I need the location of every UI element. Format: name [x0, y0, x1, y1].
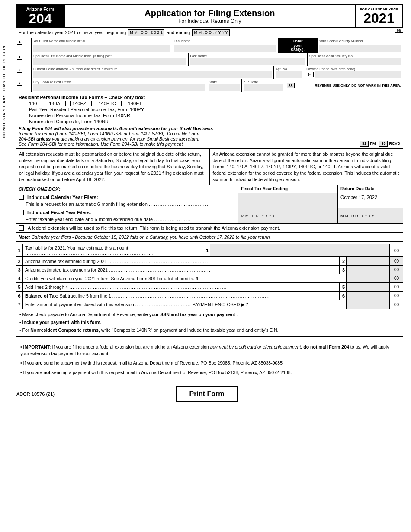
rcvd-box: 80 — [379, 141, 388, 147]
line-item-7: 7 Enter amount of payment enclosed with … — [16, 300, 403, 309]
line-5-cents: 00 — [390, 283, 403, 291]
cb-fiscal-year[interactable] — [19, 210, 24, 215]
cb-140nr-comp[interactable] — [22, 119, 27, 124]
cb-140[interactable] — [22, 101, 27, 106]
line-7-cents: 00 — [390, 300, 403, 309]
cb-140ez[interactable] — [65, 101, 71, 106]
line-1-cents: 00 — [390, 244, 403, 256]
checkbox-title-row: Resident Personal Income Tax Forms – Che… — [19, 95, 356, 100]
line-1-input[interactable] — [210, 244, 390, 256]
info-left: All extension requests must be postmarke… — [16, 149, 210, 185]
last-name-input[interactable] — [174, 45, 276, 52]
line-5-input[interactable] — [347, 283, 390, 291]
pm-box: 81 — [360, 141, 369, 147]
address-row: 2 Current Home Address - number and stre… — [16, 66, 403, 79]
footer: ADOR 10576 (21) Print Form — [16, 384, 403, 402]
print-form-button[interactable]: Print Form — [176, 386, 238, 402]
nonresident-composite-row: Nonresident Composite, Form 140NR — [22, 119, 356, 124]
spouse-last-name-input[interactable] — [190, 58, 305, 65]
address-input[interactable] — [33, 71, 272, 78]
first-name-input[interactable] — [33, 45, 170, 52]
filing-note-1: Filing Form 204 will also provide an aut… — [19, 126, 356, 131]
line-4-input[interactable] — [347, 274, 390, 282]
tax-form-options: 140 140A 140EZ 140PTC 140ET — [22, 101, 356, 106]
line-7-input[interactable] — [347, 300, 390, 309]
filing-note-3: 204-SBI unless you are making an extensi… — [19, 136, 356, 141]
cb-140py[interactable] — [22, 107, 27, 112]
calendar-year-box: FOR CALENDAR YEAR 2021 — [356, 5, 402, 27]
ador-code: ADOR 10576 (21) — [16, 391, 55, 397]
line-item-3: 3 Arizona estimated tax payments for 202… — [16, 266, 403, 274]
federal-ext-row: A federal extension will be used to file… — [16, 224, 403, 233]
fiscal-year-filers-row: Individual Fiscal Year Filers: Enter tax… — [16, 208, 403, 223]
header-title: Application for Filing Extension For Ind… — [64, 5, 356, 27]
important-box: • IMPORTANT: If you are filing under a f… — [16, 340, 403, 380]
line-item-4: 4 Credits you will claim on your 2021 re… — [16, 274, 403, 283]
info-block: All extension requests must be postmarke… — [16, 149, 403, 185]
info-right: An Arizona extension cannot be granted f… — [210, 149, 403, 185]
spouse-first-name-input[interactable] — [33, 58, 186, 65]
name-ssn-grid: 1 Your First Name and Middle Initial Las… — [16, 38, 403, 92]
name-row-2: 1 Spouse's First Name and Middle Initial… — [16, 53, 403, 66]
box-66: 66 — [395, 28, 403, 33]
line-3-cents: 00 — [390, 266, 403, 274]
name-row-1: 1 Your First Name and Middle Initial Las… — [16, 38, 403, 53]
date-end-field[interactable]: M M , D D , Y Y Y Y — [192, 29, 229, 36]
nonresident-row: Nonresident Personal Income Tax, Form 14… — [22, 113, 356, 118]
line-item-1: 1 Tax liability for 2021. You may estima… — [16, 244, 403, 257]
phone-input[interactable] — [315, 71, 401, 78]
line-item-6: 6 Balance of Tax: Subtract line 5 from l… — [16, 292, 403, 300]
city-row: 3 City, Town or Post Office State ZIP Co… — [16, 79, 403, 92]
return-due-fiscal[interactable]: M M , D D , Y Y Y Y — [338, 208, 403, 223]
apt-input[interactable] — [276, 71, 302, 78]
line-6-input[interactable] — [347, 292, 390, 300]
line-4-cents: 00 — [390, 274, 403, 282]
cb-140ptc[interactable] — [91, 101, 96, 106]
line-2-cents: 00 — [390, 257, 403, 265]
date-start-field[interactable]: M M , D D , 2 0 2 1 — [128, 29, 164, 36]
cb-calendar-year[interactable] — [19, 195, 24, 200]
ssn-input[interactable] — [319, 45, 401, 52]
cb-federal-ext[interactable] — [19, 225, 24, 231]
line-3-input[interactable] — [347, 266, 390, 274]
check-one-section: CHECK ONE BOX: Fiscal Tax Year Ending Re… — [16, 185, 403, 224]
fiscal-val-fiscal[interactable]: M M , D D , Y Y Y Y — [238, 208, 338, 223]
spouse-ssn-input[interactable] — [309, 58, 401, 65]
note-row: Note: Calendar year filers - Because Oct… — [16, 233, 403, 242]
return-due-calendar: October 17, 2022 — [338, 193, 403, 208]
side-label: DO NOT STAPLE ANY ITEMS TO THE RETURN. — [0, 22, 8, 160]
city-input[interactable] — [33, 84, 205, 91]
cb-140et[interactable] — [121, 101, 126, 106]
state-input[interactable] — [209, 84, 240, 91]
line-6-cents: 00 — [390, 292, 403, 300]
line-items: 1 Tax liability for 2021. You may estima… — [16, 244, 403, 309]
az-form-box: Arizona Form 204 — [16, 5, 64, 27]
form-header: Arizona Form 204 Application for Filing … — [16, 4, 403, 28]
calendar-year-filers-row: Individual Calendar Year Filers: This is… — [16, 193, 403, 208]
payment-notes: • Make check payable to Arizona Departme… — [16, 309, 403, 336]
fiscal-year-row: For the calendar year 2021 or fiscal yea… — [16, 28, 403, 38]
line-item-2: 2 Arizona income tax withheld during 202… — [16, 257, 403, 266]
line-item-5: 5 Add lines 2 through 4 ................… — [16, 283, 403, 292]
cb-140nr[interactable] — [22, 113, 27, 118]
checkbox-section: Resident Personal Income Tax Forms – Che… — [16, 92, 403, 149]
filing-note-4: See Form 204-SBI for more information. U… — [19, 141, 356, 147]
cb-140a[interactable] — [42, 101, 47, 106]
line-2-input[interactable] — [347, 257, 390, 265]
zip-input[interactable] — [244, 84, 283, 91]
filing-note-2: Income tax return (Form 140-SBI, Form 14… — [19, 131, 356, 136]
part-year-row: Part-Year Resident Personal Income Tax, … — [22, 107, 356, 112]
fiscal-val-calendar — [238, 193, 338, 208]
